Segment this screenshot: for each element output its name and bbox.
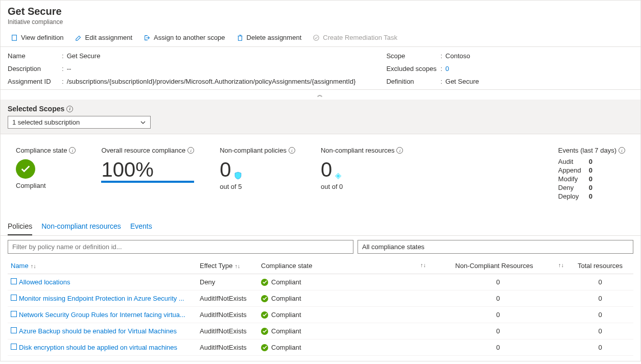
policy-link[interactable]: Disk encryption should be applied on vir…: [19, 344, 177, 351]
edit-assignment-button[interactable]: Edit assignment: [72, 32, 136, 43]
tab-policies[interactable]: Policies: [8, 218, 32, 235]
policy-icon: [11, 278, 17, 284]
table-row: Disk encryption should be applied on vir…: [8, 339, 633, 356]
compliant-check-icon: [16, 159, 35, 179]
cell-total: 0: [567, 323, 633, 339]
cell-effect: AuditIfNotExists: [197, 290, 258, 307]
sort-icon[interactable]: ↑↓: [420, 262, 426, 268]
cell-total: 0: [567, 274, 633, 290]
cell-total: 0: [567, 290, 633, 307]
cell-noncompliant: 0: [429, 339, 567, 356]
chevron-down-icon: [140, 119, 146, 126]
policy-link[interactable]: Monitor missing Endpoint Protection in A…: [19, 295, 184, 302]
export-icon: [144, 34, 151, 41]
detail-description: Description:--: [8, 65, 355, 72]
svg-point-1: [314, 35, 319, 40]
cell-total: 0: [567, 339, 633, 356]
cell-state: Compliant: [258, 290, 429, 307]
create-remediation-button: Create Remediation Task: [310, 32, 400, 43]
sort-icon[interactable]: ↑↓: [558, 262, 564, 268]
check-icon: [261, 311, 268, 319]
policy-icon: [11, 311, 17, 317]
cell-noncompliant: 0: [429, 323, 567, 339]
shield-icon: [234, 172, 242, 180]
event-row: Modify0: [558, 175, 625, 183]
tab-noncompliant[interactable]: Non-compliant resources: [41, 218, 121, 235]
delete-assignment-button[interactable]: Delete assignment: [233, 32, 305, 43]
cell-effect: AuditIfNotExists: [197, 339, 258, 356]
detail-excluded-scopes: Excluded scopes:0: [386, 65, 479, 72]
detail-scope: Scope:Contoso: [386, 52, 479, 60]
info-icon[interactable]: i: [396, 147, 403, 154]
event-row: Deploy0: [558, 192, 625, 201]
sort-icon[interactable]: ↑↓: [235, 263, 241, 269]
stat-noncompliant-resources: Non-compliant resources i 0 ◈ out of 0: [321, 147, 403, 201]
col-name[interactable]: Name↑↓: [8, 258, 197, 274]
policy-icon: [11, 327, 17, 333]
event-row: Deny0: [558, 183, 625, 192]
policy-icon: [11, 295, 17, 301]
page-subtitle: Initiative compliance: [8, 18, 633, 26]
policy-icon: [11, 344, 17, 350]
selected-scopes-label: Selected Scopes i: [8, 105, 633, 113]
policy-link[interactable]: Allowed locations: [19, 278, 70, 286]
info-icon[interactable]: i: [289, 147, 295, 154]
col-noncompliant[interactable]: Non-Compliant Resources↑↓: [429, 258, 567, 274]
trash-icon: [236, 34, 244, 41]
info-icon[interactable]: i: [66, 106, 73, 112]
assign-scope-button[interactable]: Assign to another scope: [140, 32, 228, 43]
cell-state: Compliant: [258, 323, 429, 339]
policy-filter-input[interactable]: [8, 240, 353, 254]
page-title: Get Secure: [8, 6, 633, 17]
svg-rect-0: [12, 35, 17, 40]
detail-assignment-id: Assignment ID:/subscriptions/{subscripti…: [8, 78, 355, 85]
table-row: Network Security Group Rules for Interne…: [8, 307, 633, 323]
check-icon: [261, 279, 268, 286]
cell-effect: Deny: [197, 274, 258, 290]
check-icon: [261, 344, 268, 351]
cell-total: 0: [567, 307, 633, 323]
tab-events[interactable]: Events: [130, 218, 152, 235]
check-icon: [261, 295, 268, 302]
cell-noncompliant: 0: [429, 274, 567, 290]
cell-state: Compliant: [258, 307, 429, 323]
policy-link[interactable]: Network Security Group Rules for Interne…: [19, 311, 185, 319]
table-row: Monitor missing Endpoint Protection in A…: [8, 290, 633, 307]
info-icon[interactable]: i: [619, 147, 625, 154]
check-icon: [261, 328, 268, 335]
detail-definition: Definition:Get Secure: [386, 78, 479, 85]
document-icon: [11, 34, 18, 41]
info-icon[interactable]: i: [69, 147, 76, 154]
policy-link[interactable]: Azure Backup should be enabled for Virtu…: [19, 327, 177, 335]
view-definition-button[interactable]: View definition: [8, 32, 67, 43]
sort-icon[interactable]: ↑↓: [31, 263, 36, 269]
stat-overall-compliance: Overall resource compliance i 100%: [101, 147, 194, 201]
cell-effect: AuditIfNotExists: [197, 323, 258, 339]
col-total[interactable]: Total resources: [567, 258, 633, 274]
cell-effect: AuditIfNotExists: [197, 307, 258, 323]
stat-noncompliant-policies: Non-compliant policies i 0 out of 5: [220, 147, 295, 201]
scope-dropdown[interactable]: 1 selected subscription: [8, 116, 151, 129]
cell-noncompliant: 0: [429, 290, 567, 307]
event-row: Audit0: [558, 157, 625, 166]
cell-state: Compliant: [258, 274, 429, 290]
event-row: Append0: [558, 166, 625, 175]
task-icon: [313, 34, 320, 41]
table-row: Azure Backup should be enabled for Virtu…: [8, 323, 633, 339]
stat-compliance-state: Compliance state i Compliant: [16, 147, 76, 201]
cell-state: Compliant: [258, 339, 429, 356]
stat-events: Events (last 7 days) i Audit0Append0Modi…: [558, 147, 625, 201]
cell-noncompliant: 0: [429, 307, 567, 323]
col-state[interactable]: Compliance state↑↓: [258, 258, 429, 274]
detail-name: Name:Get Secure: [8, 52, 355, 60]
compliance-filter-dropdown[interactable]: All compliance states: [358, 240, 633, 254]
info-icon[interactable]: i: [187, 147, 194, 154]
table-row: Allowed locationsDenyCompliant00: [8, 274, 633, 290]
col-effect[interactable]: Effect Type↑↓: [197, 258, 258, 274]
collapse-toggle[interactable]: ︽: [1, 89, 640, 100]
pencil-icon: [75, 34, 82, 41]
cube-icon: ◈: [335, 172, 341, 180]
